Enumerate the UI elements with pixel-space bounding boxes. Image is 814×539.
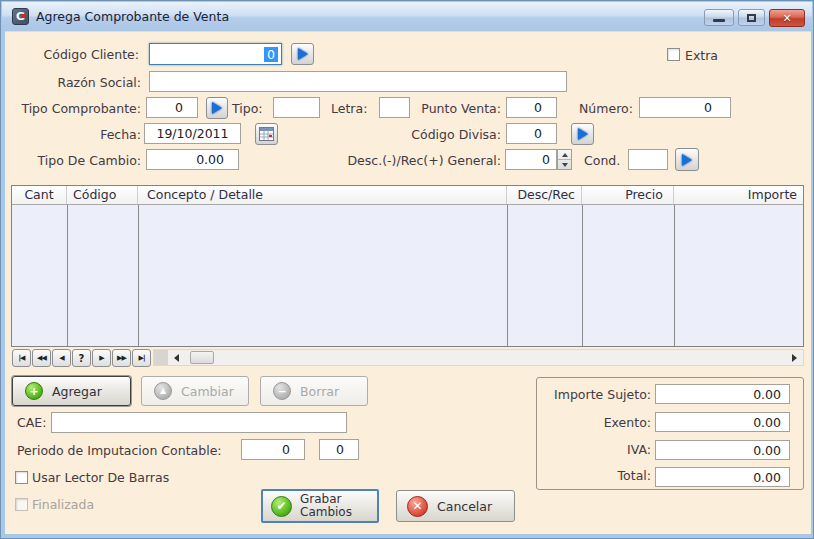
window: G Agrega Comprobante de Venta ✕ Código C… [0, 0, 814, 539]
spin-down-icon [562, 163, 568, 167]
agregar-label: Agregar [52, 384, 102, 399]
exento-input[interactable] [655, 412, 790, 432]
items-grid[interactable]: Cant Código Concepto / Detalle Desc/Rec … [11, 185, 804, 347]
spin-down-button[interactable] [558, 159, 571, 169]
cond-lookup-button[interactable] [675, 148, 699, 171]
calendar-icon [259, 127, 274, 141]
finalizada-label: Finalizada [32, 497, 94, 512]
usar-lector-label: Usar Lector De Barras [32, 470, 169, 485]
numero-label: Número: [579, 101, 633, 116]
extra-label: Extra [685, 48, 718, 63]
fecha-input[interactable] [144, 123, 241, 144]
nav-first-button[interactable]: |◀ [12, 349, 31, 367]
close-button[interactable]: ✕ [769, 9, 805, 27]
scrollbar-filler [154, 350, 168, 365]
scroll-right-icon [792, 354, 797, 362]
maximize-button[interactable] [738, 9, 765, 26]
maximize-icon [747, 14, 756, 22]
cambiar-button[interactable]: ▲ Cambiar [141, 376, 249, 406]
grid-horizontal-scrollbar[interactable] [153, 349, 804, 366]
nav-prior-button[interactable]: ◀ [52, 349, 71, 367]
agregar-button[interactable]: + Agregar [12, 376, 131, 406]
change-icon: ▲ [154, 382, 172, 400]
column-header-cant: Cant [12, 186, 67, 204]
punto-venta-input[interactable] [506, 97, 557, 118]
cond-label: Cond. [584, 153, 620, 168]
nav-last-button[interactable]: ▶| [132, 349, 151, 367]
tipo-input[interactable] [273, 97, 320, 118]
total-input[interactable] [655, 467, 790, 487]
lookup-arrow-icon [578, 128, 588, 140]
periodo-mes-input[interactable] [241, 439, 305, 460]
desc-rec-spinner[interactable] [557, 149, 572, 170]
periodo-anio-input[interactable] [319, 439, 359, 460]
cae-label: CAE: [17, 415, 46, 430]
tipo-comprobante-label: Tipo Comprobante: [11, 101, 141, 116]
iva-label: IVA: [541, 442, 651, 457]
codigo-divisa-lookup-button[interactable] [571, 123, 594, 145]
borrar-label: Borrar [300, 384, 339, 399]
column-separator [674, 205, 675, 346]
minimize-icon [713, 19, 725, 22]
grid-header: Cant Código Concepto / Detalle Desc/Rec … [12, 186, 803, 205]
grabar-label-line2: Cambios [300, 506, 352, 519]
scroll-left-icon [174, 354, 179, 362]
lookup-arrow-icon [682, 154, 692, 166]
scrollbar-thumb[interactable] [190, 351, 214, 364]
nav-help-button[interactable]: ? [72, 349, 91, 367]
tipo-de-cambio-input[interactable] [146, 149, 239, 170]
column-separator [67, 205, 68, 346]
lookup-arrow-icon [212, 102, 222, 114]
numero-input[interactable] [639, 97, 731, 118]
title-bar[interactable]: G Agrega Comprobante de Venta ✕ [2, 2, 812, 31]
razon-social-input[interactable] [149, 71, 567, 92]
codigo-cliente-input[interactable]: 0 [149, 43, 282, 65]
nav-next-button[interactable]: ▶ [92, 349, 111, 367]
borrar-button[interactable]: − Borrar [260, 376, 368, 406]
cambiar-label: Cambiar [181, 384, 234, 399]
close-icon: ✕ [782, 12, 791, 25]
cancel-icon: ✕ [407, 496, 428, 517]
column-header-desc-rec: Desc/Rec [507, 186, 582, 204]
fecha-label: Fecha: [61, 127, 141, 142]
column-header-importe: Importe [674, 186, 803, 204]
punto-venta-label: Punto Venta: [401, 101, 501, 116]
iva-input[interactable] [655, 440, 790, 460]
nav-prior-page-button[interactable]: ◀◀ [32, 349, 51, 367]
cae-input[interactable] [51, 412, 347, 433]
codigo-cliente-label: Código Cliente: [9, 47, 139, 62]
scroll-right-button[interactable] [786, 350, 803, 365]
desc-rec-general-input[interactable] [505, 149, 557, 170]
exento-label: Exento: [541, 415, 651, 430]
importe-sujeto-input[interactable] [655, 384, 790, 404]
importe-sujeto-label: Importe Sujeto: [541, 387, 651, 402]
nav-next-page-button[interactable]: ▶▶ [112, 349, 131, 367]
codigo-divisa-label: Código Divisa: [381, 127, 501, 142]
extra-checkbox[interactable] [667, 48, 680, 61]
add-icon: + [25, 382, 43, 400]
remove-icon: − [273, 382, 291, 400]
tipo-comprobante-lookup-button[interactable] [206, 97, 228, 119]
minimize-button[interactable] [704, 9, 734, 26]
selected-value: 0 [264, 47, 278, 62]
tipo-comprobante-input[interactable] [146, 97, 198, 118]
cancelar-button[interactable]: ✕ Cancelar [396, 490, 515, 522]
column-separator [507, 205, 508, 346]
calendar-button[interactable] [255, 123, 278, 145]
codigo-divisa-input[interactable] [506, 123, 557, 144]
codigo-cliente-lookup-button[interactable] [291, 43, 314, 65]
check-icon: ✔ [271, 496, 292, 517]
total-label: Total: [541, 468, 651, 483]
column-header-precio: Precio [582, 186, 674, 204]
razon-social-label: Razón Social: [11, 75, 141, 90]
grabar-cambios-button[interactable]: ✔ Grabar Cambios [261, 489, 379, 523]
usar-lector-checkbox[interactable] [15, 471, 28, 484]
column-separator [582, 205, 583, 346]
spin-up-button[interactable] [558, 150, 571, 159]
scroll-left-button[interactable] [168, 350, 185, 365]
finalizada-checkbox[interactable] [15, 498, 28, 511]
periodo-imputacion-label: Periodo de Imputacion Contable: [17, 443, 222, 458]
column-separator [138, 205, 139, 346]
tipo-de-cambio-label: Tipo De Cambio: [11, 153, 141, 168]
cond-input[interactable] [628, 149, 668, 170]
